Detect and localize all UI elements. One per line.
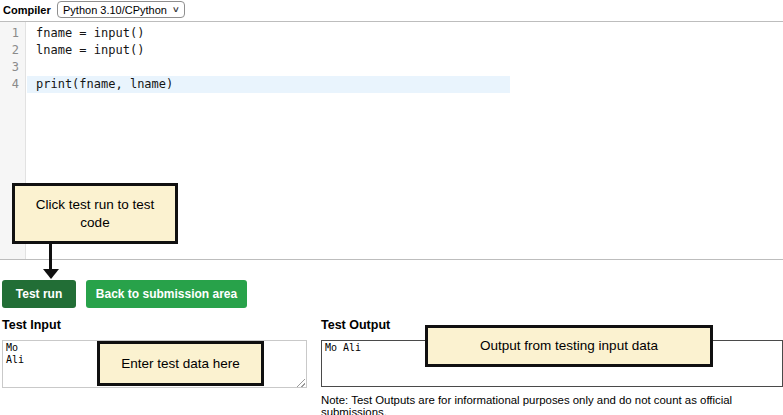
- page: Compiler Python 3.10/CPython ∨ 1fname = …: [0, 0, 783, 415]
- test-input-heading: Test Input: [2, 318, 61, 332]
- line-number: 2: [0, 42, 19, 59]
- annotation-run-hint-text: Click test run to test code: [21, 196, 169, 231]
- code-line[interactable]: 3: [0, 59, 783, 76]
- annotation-input-hint: Enter test data here: [97, 341, 264, 386]
- annotation-input-hint-text: Enter test data here: [121, 355, 240, 373]
- annotation-arrow: [49, 243, 52, 271]
- annotation-arrowhead-icon: [43, 269, 59, 279]
- back-to-submission-button[interactable]: Back to submission area: [86, 280, 247, 308]
- code-text: fname = input(): [36, 25, 144, 42]
- annotation-output-hint-text: Output from testing input data: [480, 337, 658, 355]
- code-text: lname = input(): [36, 42, 144, 59]
- code-lines: 1fname = input()2lname = input()34print(…: [0, 25, 783, 93]
- annotation-run-hint: Click test run to test code: [12, 183, 178, 244]
- compiler-label: Compiler: [3, 4, 51, 16]
- compiler-select[interactable]: Python 3.10/CPython ∨: [57, 1, 185, 18]
- test-output-note: Note: Test Outputs are for informational…: [321, 394, 783, 415]
- line-number: 4: [0, 76, 19, 93]
- chevron-down-icon: ∨: [172, 5, 180, 14]
- compiler-selected-option: Python 3.10/CPython: [63, 4, 167, 16]
- code-text: print(fname, lname): [36, 76, 173, 93]
- test-run-button[interactable]: Test run: [2, 280, 76, 308]
- code-line[interactable]: 4print(fname, lname): [0, 76, 783, 93]
- code-line[interactable]: 1fname = input(): [0, 25, 783, 42]
- code-line[interactable]: 2lname = input(): [0, 42, 783, 59]
- annotation-output-hint: Output from testing input data: [425, 325, 713, 367]
- line-number: 3: [0, 59, 19, 76]
- test-output-heading: Test Output: [321, 318, 390, 332]
- line-number: 1: [0, 25, 19, 42]
